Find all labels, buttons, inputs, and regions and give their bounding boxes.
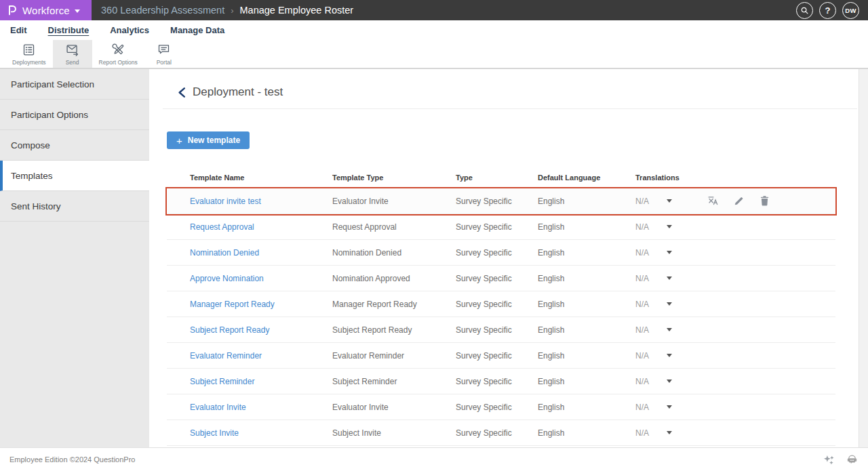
template-type-cell: Request Approval: [332, 222, 456, 232]
template-name-link[interactable]: Evaluator Reminder: [190, 351, 262, 361]
template-row: Evaluator InviteEvaluator InviteSurvey S…: [167, 394, 835, 420]
translations-dropdown-caret-icon[interactable]: [667, 199, 672, 203]
breadcrumb-separator: ›: [231, 5, 233, 16]
footer: Employee Edition ©2024 QuestionPro: [0, 447, 868, 471]
help-icon[interactable]: ?: [819, 2, 836, 19]
sidebar-item-templates[interactable]: Templates: [0, 161, 149, 191]
product-name: Workforce: [22, 5, 70, 16]
default-language-cell: English: [538, 377, 635, 386]
default-language-cell: English: [538, 222, 635, 232]
column-header-template-name: Template Name: [190, 173, 332, 182]
translations-dropdown-caret-icon[interactable]: [667, 405, 672, 409]
sidebar: Participant SelectionParticipant Options…: [0, 69, 149, 447]
template-row: Evaluator ReminderEvaluator ReminderSurv…: [167, 343, 835, 369]
translate-icon[interactable]: [707, 195, 719, 207]
report-options-icon: [111, 43, 125, 57]
template-name-link[interactable]: Manager Report Ready: [190, 300, 275, 309]
content-area: Participant SelectionParticipant Options…: [0, 69, 868, 447]
toolbar-button-portal[interactable]: Portal: [144, 40, 184, 68]
template-row: Approve NominationNomination ApprovedSur…: [167, 266, 835, 291]
top-bar: Workforce 360 Leadership Assessment › Ma…: [0, 0, 868, 20]
translations-dropdown-caret-icon[interactable]: [667, 354, 672, 357]
delete-icon[interactable]: [759, 195, 770, 207]
sidebar-item-label: Participant Selection: [11, 79, 94, 89]
translations-value: N/A: [635, 197, 654, 206]
templates-table: Template NameTemplate TypeTypeDefault La…: [167, 167, 835, 446]
toolbar: DeploymentsSendReport OptionsPortal: [0, 40, 868, 69]
template-row: Subject Report ReadySubject Report Ready…: [167, 317, 835, 343]
menu-item-distribute[interactable]: Distribute: [48, 25, 90, 35]
divider: [163, 108, 857, 109]
default-language-cell: English: [538, 351, 635, 361]
menu-item-edit[interactable]: Edit: [10, 25, 27, 35]
translations-dropdown-caret-icon[interactable]: [667, 251, 672, 254]
translations-dropdown-caret-icon[interactable]: [667, 225, 672, 228]
footer-icons: [823, 453, 859, 466]
template-row-highlighted: Evaluator invite testEvaluator InviteSur…: [167, 188, 835, 214]
type-cell: Survey Specific: [456, 377, 538, 386]
type-cell: Survey Specific: [456, 248, 538, 258]
sidebar-item-sent-history[interactable]: Sent History: [0, 191, 149, 222]
translations-dropdown-caret-icon[interactable]: [667, 302, 672, 306]
default-language-cell: English: [538, 274, 635, 283]
default-language-cell: English: [538, 403, 635, 412]
page-title: Manage Employee Roster: [240, 5, 354, 16]
questionpro-logo-icon: [7, 4, 18, 16]
sparkles-icon[interactable]: [823, 453, 835, 466]
template-name-link[interactable]: Nomination Denied: [190, 248, 259, 258]
translations-dropdown-caret-icon[interactable]: [667, 328, 672, 331]
new-template-button[interactable]: + New template: [167, 131, 250, 149]
translations-value: N/A: [635, 300, 654, 309]
translations-value: N/A: [635, 274, 654, 283]
toolbar-button-deployments[interactable]: Deployments: [5, 40, 53, 68]
type-cell: Survey Specific: [456, 222, 538, 232]
sidebar-item-participant-selection[interactable]: Participant Selection: [0, 69, 149, 100]
toolbar-button-label: Report Options: [99, 59, 138, 66]
column-header-default-language: Default Language: [538, 173, 635, 182]
footer-edition-text: Employee Edition ©2024 QuestionPro: [9, 455, 135, 464]
workforce-product-switcher[interactable]: Workforce: [0, 0, 92, 20]
type-cell: Survey Specific: [456, 274, 538, 283]
vertical-scrollbar[interactable]: [859, 69, 868, 447]
sidebar-item-compose[interactable]: Compose: [0, 130, 149, 161]
deployment-header: Deployment - test: [163, 69, 868, 108]
back-chevron-icon[interactable]: [178, 87, 186, 98]
translations-value: N/A: [635, 377, 654, 386]
translations-dropdown-caret-icon[interactable]: [667, 380, 672, 383]
template-type-cell: Subject Invite: [332, 428, 456, 438]
menu-item-manage-data[interactable]: Manage Data: [170, 25, 224, 35]
toolbar-button-label: Portal: [157, 59, 172, 66]
translations-value: N/A: [635, 351, 654, 361]
support-chat-icon[interactable]: [846, 453, 859, 466]
chevron-down-icon: [75, 9, 80, 13]
toolbar-button-send[interactable]: Send: [53, 40, 92, 68]
sidebar-item-participant-options[interactable]: Participant Options: [0, 100, 149, 130]
template-name-link[interactable]: Subject Report Ready: [190, 325, 269, 335]
topbar-actions: ? DW: [796, 0, 868, 20]
menu-item-analytics[interactable]: Analytics: [110, 25, 149, 35]
template-type-cell: Evaluator Invite: [332, 197, 456, 206]
template-type-cell: Manager Report Ready: [332, 300, 456, 309]
column-header-translations: Translations: [635, 173, 835, 182]
template-name-link[interactable]: Evaluator invite test: [190, 197, 261, 206]
column-header-type: Type: [456, 173, 538, 182]
template-name-link[interactable]: Evaluator Invite: [190, 403, 246, 412]
table-header-row: Template NameTemplate TypeTypeDefault La…: [167, 167, 835, 188]
avatar[interactable]: DW: [842, 2, 859, 19]
translations-dropdown-caret-icon[interactable]: [667, 431, 672, 434]
template-type-cell: Nomination Approved: [332, 274, 456, 283]
default-language-cell: English: [538, 300, 635, 309]
template-type-cell: Nomination Denied: [332, 248, 456, 258]
breadcrumb-parent[interactable]: 360 Leadership Assessment: [101, 5, 224, 16]
search-icon[interactable]: [796, 2, 813, 19]
template-name-link[interactable]: Subject Reminder: [190, 377, 254, 386]
edit-icon[interactable]: [733, 195, 745, 207]
translations-dropdown-caret-icon[interactable]: [667, 277, 672, 280]
template-row: Request ApprovalRequest ApprovalSurvey S…: [167, 214, 835, 240]
template-name-link[interactable]: Approve Nomination: [190, 274, 264, 283]
plus-icon: +: [176, 136, 182, 146]
template-name-link[interactable]: Subject Invite: [190, 428, 239, 438]
toolbar-button-report-options[interactable]: Report Options: [92, 40, 144, 68]
template-type-cell: Evaluator Reminder: [332, 351, 456, 361]
template-name-link[interactable]: Request Approval: [190, 222, 254, 232]
